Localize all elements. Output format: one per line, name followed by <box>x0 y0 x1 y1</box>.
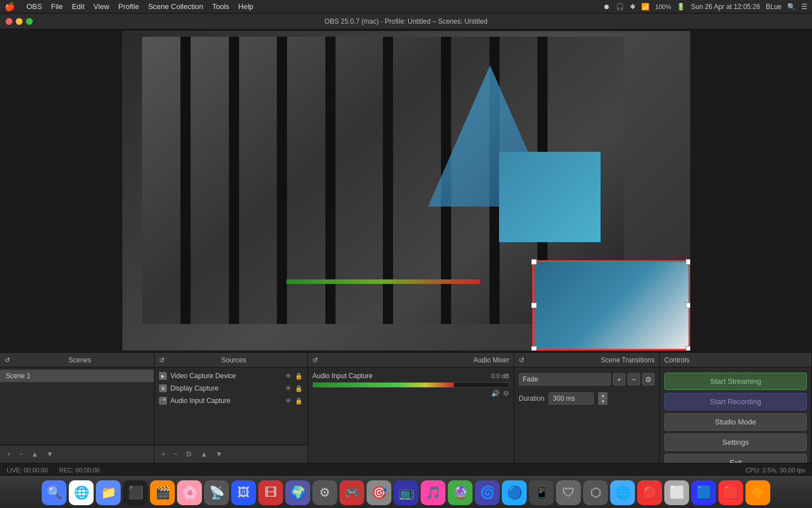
dock-icon-terminal[interactable]: ⬛ <box>123 480 148 505</box>
menu-wifi-icon: 📶 <box>641 3 650 11</box>
menu-help[interactable]: Help <box>234 2 258 11</box>
source-item-display-capture[interactable]: 🖥 Display Capture 👁 🔒 <box>155 382 307 395</box>
transition-select-row: Fade Cut Swipe Slide + − ⚙ <box>514 370 659 389</box>
menu-edit[interactable]: Edit <box>67 2 89 11</box>
dock-icon-pinwheel[interactable]: 🌸 <box>177 480 202 505</box>
menu-list-icon[interactable]: ☰ <box>801 3 807 11</box>
exit-button[interactable]: Exit <box>664 454 807 463</box>
resize-bl[interactable] <box>531 346 537 351</box>
source-lock-audio[interactable]: 🔒 <box>295 397 303 405</box>
volume-icon[interactable]: 🔊 <box>491 389 500 397</box>
dock-icon-target[interactable]: 🎯 <box>367 480 391 505</box>
scenes-remove-button[interactable]: − <box>17 449 26 459</box>
source-lock-display[interactable]: 🔒 <box>295 384 303 392</box>
scenes-add-button[interactable]: + <box>5 449 14 459</box>
dock-icon-app15[interactable]: 🔮 <box>448 480 473 505</box>
resize-tr[interactable] <box>686 259 690 265</box>
scenes-up-button[interactable]: ▲ <box>29 449 41 459</box>
menu-scene-collection[interactable]: Scene Collection <box>144 2 208 11</box>
transition-remove-button[interactable]: − <box>628 373 640 386</box>
start-recording-button[interactable]: Start Recording <box>664 393 807 410</box>
sources-up-button[interactable]: ▲ <box>198 449 210 459</box>
dock-icon-hex[interactable]: ⬡ <box>583 480 608 505</box>
sources-settings-button[interactable]: ⚙ <box>183 449 195 459</box>
dock-icon-chrome[interactable]: 🌐 <box>69 480 94 505</box>
cpu-status: CPU: 3.5%, 30.00 fps <box>745 467 805 474</box>
dock-icon-settings[interactable]: ⚙ <box>312 480 337 505</box>
dock-icon-browser[interactable]: 🌍 <box>285 480 310 505</box>
dock-icon-red[interactable]: 🔴 <box>637 480 662 505</box>
dock-icon-mobile[interactable]: 📱 <box>529 480 554 505</box>
dock-icon-globe[interactable]: 🌐 <box>610 480 635 505</box>
preview-canvas[interactable] <box>122 31 690 351</box>
close-button[interactable] <box>6 18 12 25</box>
minimize-button[interactable] <box>16 18 23 25</box>
source-item-video-capture[interactable]: ▶ Video Capture Device 👁 🔒 <box>155 370 307 382</box>
scene-item-scene1[interactable]: Scene 1 <box>0 370 154 382</box>
duration-input[interactable] <box>549 392 594 405</box>
dock-icon-app16[interactable]: 🌀 <box>475 480 500 505</box>
vbar-1 <box>180 37 191 324</box>
sources-add-button[interactable]: + <box>159 449 168 459</box>
menu-search-icon[interactable]: 🔍 <box>787 3 796 11</box>
source-eye-audio[interactable]: 👁 <box>284 397 292 405</box>
duration-up-button[interactable]: ▲ <box>598 392 607 398</box>
transition-type-select[interactable]: Fade Cut Swipe Slide <box>519 373 611 386</box>
menu-file[interactable]: File <box>46 2 67 11</box>
dock-icon-game[interactable]: 🎮 <box>339 480 364 505</box>
maximize-button[interactable] <box>26 18 33 25</box>
dock-icon-white[interactable]: ⬜ <box>664 480 689 505</box>
menu-profile[interactable]: Profile <box>114 2 144 11</box>
transition-add-button[interactable]: + <box>613 373 625 386</box>
audio-panel-title: Audio Mixer <box>474 356 509 364</box>
transition-settings-button[interactable]: ⚙ <box>642 373 655 386</box>
transitions-panel-title: Scene Transitions <box>601 356 655 364</box>
menu-obs[interactable]: OBS <box>22 2 46 11</box>
menu-view[interactable]: View <box>89 2 114 11</box>
dock-icon-music[interactable]: 🎵 <box>421 480 445 505</box>
dock-icon-ps[interactable]: 🖼 <box>231 480 256 505</box>
audio-settings-icon[interactable]: ⚙ <box>503 389 509 397</box>
source-eye-display[interactable]: 👁 <box>284 384 292 392</box>
settings-button[interactable]: Settings <box>664 433 807 451</box>
source-item-audio-input[interactable]: 🎤 Audio Input Capture 👁 🔒 <box>155 395 307 407</box>
dock-icon-orange[interactable]: 🔶 <box>745 480 770 505</box>
resize-ml[interactable] <box>531 303 537 308</box>
menu-tools[interactable]: Tools <box>208 2 233 11</box>
dock-icon-finder[interactable]: 🔍 <box>42 480 67 505</box>
scenes-panel-title: Scenes <box>68 356 91 364</box>
selected-source-item[interactable] <box>532 260 690 351</box>
scenes-down-button[interactable]: ▼ <box>44 449 56 459</box>
transitions-panel-content: Fade Cut Swipe Slide + − ⚙ Duration ▲ ▼ <box>514 367 659 463</box>
dock-icon-obs-small[interactable]: 📡 <box>204 480 229 505</box>
dock-icon-stream[interactable]: 📺 <box>394 480 418 505</box>
apple-menu-icon[interactable]: 🍎 <box>5 2 15 12</box>
start-streaming-button[interactable]: Start Streaming <box>664 373 807 390</box>
dock-icon-blue-sq[interactable]: 🟦 <box>691 480 716 505</box>
source-lock-video[interactable]: 🔒 <box>295 372 303 380</box>
sources-down-button[interactable]: ▼ <box>213 449 225 459</box>
audio-track-footer: 🔊 ⚙ <box>312 389 509 397</box>
resize-tl[interactable] <box>531 259 537 265</box>
sources-remove-button[interactable]: − <box>171 449 180 459</box>
scenes-panel-content: Scene 1 <box>0 367 154 445</box>
dock-icon-files[interactable]: 📁 <box>96 480 121 505</box>
controls-panel-content: Start Streaming Start Recording Studio M… <box>660 367 811 463</box>
resize-br[interactable] <box>686 346 690 351</box>
dock-icon-shield[interactable]: 🛡 <box>556 480 581 505</box>
dock-icon-red-sq[interactable]: 🟥 <box>718 480 743 505</box>
menu-bluetooth-icon: ✱ <box>630 3 636 11</box>
dock-icon-vlc[interactable]: 🎬 <box>150 480 175 505</box>
resize-mr[interactable] <box>686 303 690 308</box>
source-eye-video[interactable]: 👁 <box>284 372 292 380</box>
menu-right: ⏺ 🎧 ✱ 📶 100% 🔋 Sun 26 Apr at 12:05:26 BL… <box>603 3 807 11</box>
studio-mode-button[interactable]: Studio Mode <box>664 413 807 431</box>
sources-panel-header: ↺ Sources <box>155 353 307 367</box>
dock-icon-app17[interactable]: 🔵 <box>502 480 527 505</box>
preview-area[interactable] <box>0 29 812 352</box>
audio-panel-icon: ↺ <box>312 356 318 364</box>
duration-down-button[interactable]: ▼ <box>598 398 607 405</box>
sources-panel-icon: ↺ <box>159 356 165 364</box>
audio-track-name: Audio Input Capture <box>312 372 373 380</box>
dock-icon-app8[interactable]: 🎞 <box>258 480 283 505</box>
